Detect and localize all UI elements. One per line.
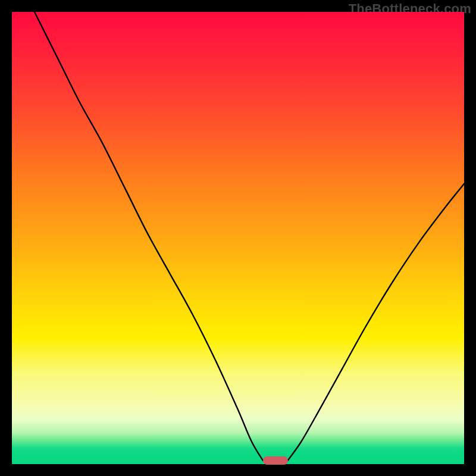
plot-area: [12, 12, 464, 464]
bottleneck-curve-left: [35, 12, 263, 461]
minimum-marker: [263, 456, 288, 465]
curve-layer: [12, 12, 464, 464]
bottleneck-curve-right: [288, 184, 464, 461]
chart-frame: TheBottleneck.com: [0, 0, 476, 476]
